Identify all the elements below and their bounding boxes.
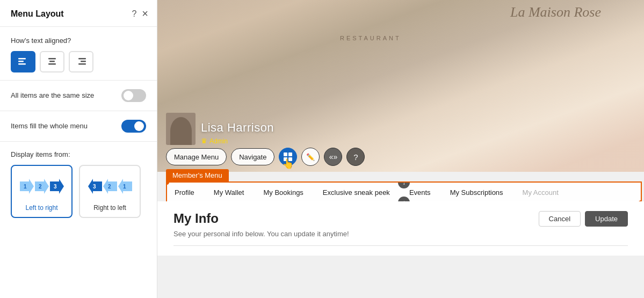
menu-item-bookings[interactable]: My Bookings	[254, 186, 313, 199]
ltr-arrow-1: 1	[20, 179, 34, 194]
action-buttons: Cancel Update	[539, 211, 628, 227]
ltr-arrow-3: 3	[50, 179, 64, 194]
crown-icon: ♛	[201, 137, 207, 145]
navigate-button[interactable]: Navigate	[231, 148, 274, 165]
menu-item-sneak-peek[interactable]: Exclusive sneak peek	[313, 186, 400, 199]
update-button[interactable]: Update	[585, 211, 628, 227]
svg-rect-5	[48, 63, 56, 65]
items-fill-row: Items fill the whole menu ✓	[0, 111, 157, 142]
panel-header: Menu Layout ? ×	[0, 0, 157, 27]
cancel-button[interactable]: Cancel	[539, 211, 581, 227]
ltr-arrow-2: 2	[35, 179, 49, 194]
align-center-button[interactable]	[40, 51, 64, 72]
avatar	[166, 113, 196, 145]
items-fill-toggle[interactable]: ✓	[121, 120, 146, 133]
svg-text:3: 3	[54, 184, 57, 190]
maison-rose-text: La Maison Rose	[510, 4, 601, 20]
align-left-icon	[18, 56, 28, 67]
rtl-label: Right to left	[93, 204, 126, 212]
menu-item-account[interactable]: My Account	[513, 186, 568, 199]
ltr-card[interactable]: 1 2 3 Left to right	[11, 165, 73, 218]
background-image: La Maison Rose RESTAURANT	[157, 0, 644, 172]
rtl-icon: 3 2 1	[84, 171, 135, 201]
svg-rect-4	[49, 61, 55, 62]
menu-item-profile[interactable]: Profile	[175, 186, 204, 199]
text-alignment-section: How's text aligned?	[0, 27, 157, 81]
alignment-buttons	[11, 51, 146, 72]
menu-layout-panel: Menu Layout ? × How's text aligned?	[0, 0, 157, 298]
svg-marker-13	[50, 179, 64, 194]
align-right-button[interactable]	[69, 51, 93, 72]
user-name: Lisa Harrison	[201, 121, 274, 135]
display-from-label: Display items from:	[11, 150, 146, 158]
svg-rect-22	[288, 152, 292, 156]
avatar-figure	[170, 117, 192, 145]
align-left-button[interactable]	[11, 51, 35, 72]
svg-rect-7	[81, 61, 86, 62]
svg-rect-1	[18, 61, 24, 62]
svg-rect-8	[78, 63, 86, 65]
bg-texture	[157, 0, 644, 172]
close-button[interactable]: ×	[142, 8, 148, 20]
svg-rect-6	[78, 58, 86, 60]
member-menu-bar: ↓ Profile My Wallet My Bookings Exclusiv…	[166, 181, 642, 203]
cursor: 👆	[282, 158, 294, 170]
same-size-row: All items are the same size	[0, 81, 157, 111]
align-right-icon	[76, 56, 86, 67]
action-toolbar: Manage Menu Navigate 👆 ✏️ «» ?	[166, 148, 365, 166]
text-alignment-label: How's text aligned?	[11, 37, 146, 45]
rtl-arrow-1: 1	[118, 179, 132, 194]
display-from-section: Display items from: 1 2 3	[0, 142, 157, 226]
my-info-header: My Info Cancel Update	[173, 211, 628, 227]
my-info-title: My Info	[173, 211, 219, 226]
corner-tl	[166, 181, 169, 185]
preview-area: La Maison Rose RESTAURANT Lisa Harrison …	[157, 0, 644, 298]
rtl-arrow-3: 3	[88, 179, 102, 194]
menu-item-subscriptions[interactable]: My Subscriptions	[440, 186, 513, 199]
panel-header-icons: ? ×	[132, 8, 148, 20]
same-size-toggle[interactable]	[121, 89, 146, 102]
svg-text:2: 2	[39, 184, 42, 190]
svg-text:1: 1	[24, 184, 27, 190]
svg-rect-21	[284, 152, 287, 156]
user-badge-row: ♛ Admin	[201, 137, 274, 145]
user-info: Lisa Harrison ♛ Admin	[201, 121, 274, 145]
help-icon-button[interactable]: ?	[346, 148, 365, 166]
rtl-card[interactable]: 3 2 1 Right to left	[79, 165, 141, 218]
svg-rect-0	[18, 58, 26, 60]
direction-cards: 1 2 3 Left to right	[11, 165, 146, 218]
items-fill-label: Items fill the whole menu	[11, 121, 88, 131]
svg-marker-11	[35, 179, 49, 194]
svg-text:2: 2	[108, 184, 111, 190]
menu-item-wallet[interactable]: My Wallet	[204, 186, 254, 199]
ltr-icon: 1 2 3	[16, 171, 67, 201]
member-menu-container: Member's Menu ↓ Profile My Wallet My Boo…	[166, 169, 642, 203]
divider	[173, 245, 628, 246]
help-button[interactable]: ?	[132, 9, 136, 19]
panel-title: Menu Layout	[11, 9, 64, 19]
svg-rect-2	[18, 63, 26, 65]
layout-button[interactable]: 👆	[279, 148, 297, 166]
svg-text:1: 1	[123, 184, 126, 190]
bottom-content: My Info Cancel Update See your personal …	[157, 201, 644, 256]
edit-button[interactable]: ✏️	[301, 148, 320, 166]
ltr-label: Left to right	[25, 204, 57, 212]
svg-marker-9	[20, 179, 34, 194]
my-info-description: See your personal info below. You can up…	[173, 230, 628, 238]
rtl-arrow-2: 2	[103, 179, 117, 194]
user-badge: Admin	[209, 137, 228, 145]
svg-rect-3	[48, 58, 56, 60]
arrows-button[interactable]: «»	[324, 148, 342, 166]
same-size-label: All items are the same size	[11, 91, 94, 100]
member-menu-label-tab[interactable]: Member's Menu	[166, 169, 229, 181]
user-section: Lisa Harrison ♛ Admin	[166, 113, 274, 145]
manage-menu-button[interactable]: Manage Menu	[166, 148, 227, 165]
align-center-icon	[47, 56, 57, 67]
restaurant-sign: RESTAURANT	[340, 35, 401, 41]
svg-text:3: 3	[93, 184, 96, 190]
